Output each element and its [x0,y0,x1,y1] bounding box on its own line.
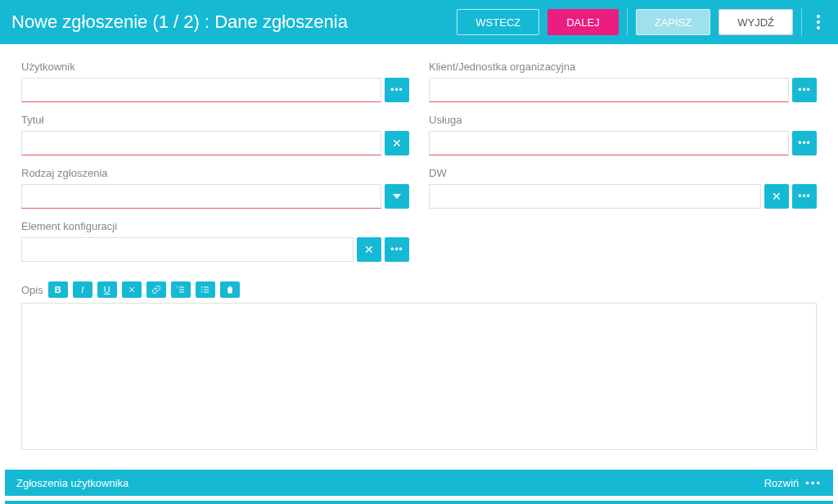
user-tickets-section[interactable]: Zgłoszenia użytkownika Rozwiń ••• [5,470,833,496]
client-input[interactable] [429,78,789,102]
form-content: Użytkownik Tytuł Rodzaj zgłoszenia Eleme… [0,44,838,281]
svg-point-1 [200,286,202,288]
separator [801,8,802,36]
italic-button[interactable]: I [73,281,92,298]
type-dropdown-button[interactable] [385,184,409,209]
svg-point-2 [200,289,202,290]
user-input[interactable] [21,78,381,102]
description-editor[interactable] [21,303,817,450]
trash-icon [225,285,235,295]
cc-lookup-button[interactable] [792,184,817,209]
bold-button[interactable]: B [48,281,68,298]
type-input[interactable] [21,184,381,209]
client-lookup-button[interactable] [792,78,817,102]
right-column: Klient/Jednostka organizacyjna Usługa DW [429,61,817,273]
user-label: Użytkownik [21,61,409,73]
clear-format-button[interactable] [122,281,142,298]
ci-lookup-button[interactable] [385,237,409,262]
list-unordered-button[interactable] [196,281,215,298]
user-field: Użytkownik [21,61,409,102]
ci-clear-button[interactable] [357,237,381,262]
exit-button[interactable]: WYJDŹ [719,9,793,35]
header-buttons: WSTECZ DALEJ ZAPISZ WYJDŹ [457,8,827,36]
service-input[interactable] [429,131,789,155]
underline-button[interactable]: U [97,281,117,298]
expand-label[interactable]: Rozwiń [764,477,800,489]
bold-icon: B [55,285,61,295]
italic-icon: I [81,285,83,295]
desc-label: Opis [21,284,43,296]
title-field: Tytuł [21,114,409,155]
description-section: Opis B I U 1 [0,281,838,450]
cc-input[interactable] [429,184,761,209]
user-section[interactable]: Użytkownik Rozwiń ••• [5,501,833,504]
underline-icon: U [104,285,110,295]
next-button[interactable]: DALEJ [547,9,618,35]
ci-input[interactable] [21,237,354,262]
list-ordered-button[interactable]: 1 [171,281,191,298]
list-unordered-icon [200,285,210,295]
type-label: Rodzaj zgłoszenia [21,167,409,179]
link-icon [151,285,161,295]
service-lookup-button[interactable] [792,131,817,155]
service-field: Usługa [429,114,817,155]
client-label: Klient/Jednostka organizacyjna [429,61,817,73]
description-toolbar: Opis B I U 1 [21,281,817,298]
more-menu-icon[interactable] [810,10,827,34]
page-header: Nowe zgłoszenie (1 / 2) : Dane zgłoszeni… [0,0,838,44]
clear-format-icon [127,285,137,295]
page-title: Nowe zgłoszenie (1 / 2) : Dane zgłoszeni… [11,11,348,33]
title-clear-button[interactable] [385,131,409,155]
svg-point-3 [200,291,202,293]
ci-label: Element konfiguracji [21,220,409,232]
save-button[interactable]: ZAPISZ [636,9,711,35]
cc-label: DW [429,167,817,179]
link-button[interactable] [146,281,166,298]
client-field: Klient/Jednostka organizacyjna [429,61,817,102]
attachment-button[interactable] [220,281,240,298]
list-ordered-icon: 1 [176,285,186,295]
title-input[interactable] [21,131,381,155]
spacer [0,450,838,465]
back-button[interactable]: WSTECZ [457,9,539,35]
type-field: Rodzaj zgłoszenia [21,167,409,209]
left-column: Użytkownik Tytuł Rodzaj zgłoszenia Eleme… [21,61,409,273]
section-more-icon[interactable]: ••• [805,477,822,489]
section-title: Zgłoszenia użytkownika [16,477,128,489]
ci-field: Element konfiguracji [21,220,409,262]
user-lookup-button[interactable] [385,78,409,102]
svg-text:1: 1 [177,286,178,289]
cc-field: DW [429,167,817,209]
cc-clear-button[interactable] [764,184,789,209]
title-label: Tytuł [21,114,409,126]
separator [627,8,628,36]
service-label: Usługa [429,114,817,126]
